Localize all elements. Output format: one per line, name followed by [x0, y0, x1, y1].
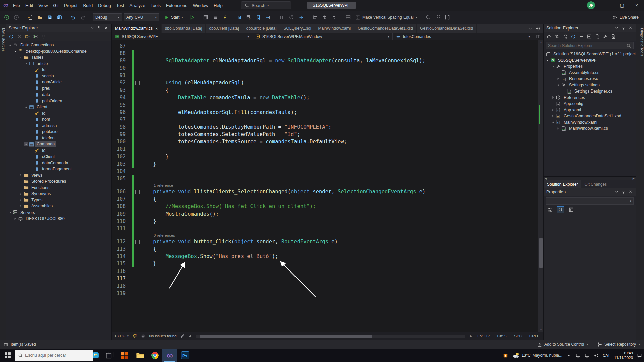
menu-edit[interactable]: Edit — [23, 2, 36, 9]
tree-item-settings-designer-cs[interactable]: C#Settings.Designer.cs — [544, 88, 636, 95]
close-icon[interactable] — [628, 25, 633, 31]
alert-icon[interactable] — [503, 353, 508, 358]
code-line-101[interactable]: 101 — [112, 145, 538, 153]
alignleft-icon[interactable] — [311, 13, 319, 22]
guides-icon[interactable] — [443, 13, 451, 22]
taskbar-search-input[interactable] — [25, 353, 91, 358]
split-view-icon[interactable] — [533, 33, 543, 40]
taskbar-app-chrome[interactable] — [147, 349, 162, 362]
codelens-references[interactable]: 0 references — [154, 233, 175, 237]
tree-item-s16sqlserverwpf[interactable]: C#S16SQLServerWPF — [544, 57, 636, 64]
add-to-source-control-button[interactable]: Add to Source Control ▲ — [537, 342, 589, 347]
spaces-indicator[interactable]: SPC — [514, 334, 522, 338]
horizontal-scrollbar[interactable] — [196, 335, 465, 338]
gear-icon[interactable] — [536, 26, 541, 31]
tree-item-gestiocomandesdataset1-xsd[interactable]: GestioComandesDataSet1.xsd — [544, 113, 636, 119]
code-line-90[interactable]: 90 — [112, 64, 538, 72]
close-icon[interactable] — [104, 25, 109, 31]
properties-object-dropdown[interactable]: ▾ — [546, 197, 634, 205]
code-line-109[interactable]: 109 MostraComandes(); — [112, 210, 538, 218]
fold-toggle[interactable]: − — [135, 81, 140, 85]
arrowin-icon[interactable] — [264, 13, 272, 22]
menu-help[interactable]: Help — [211, 2, 225, 9]
tree-item-properties[interactable]: Properties — [544, 63, 636, 70]
close-icon[interactable] — [628, 189, 633, 194]
breadcrumb-s16sqlserverwpf-mainwindow[interactable]: S16SQLServerWPF.MainWindow▾ — [252, 33, 393, 40]
newdoc-icon[interactable] — [26, 13, 34, 22]
sync-icon[interactable] — [562, 34, 568, 39]
samesize-icon[interactable] — [344, 13, 352, 22]
taskbar-app-taskview[interactable] — [102, 349, 117, 362]
weather-widget[interactable]: 13°C Mayorm. nubla... — [512, 352, 562, 359]
scroll-left-icon[interactable]: ◀ — [189, 334, 191, 338]
nest-icon[interactable] — [579, 34, 584, 39]
openfolder-icon[interactable] — [36, 13, 44, 22]
code-line-92[interactable]: 92− using (elMeuAdaptadorSql) — [112, 79, 538, 86]
code-line-100[interactable]: 100 totesComandes.ItemsSource = comandes… — [112, 138, 538, 145]
fold-toggle[interactable]: − — [135, 190, 140, 194]
tree-item-settings-settings[interactable]: Settings.settings — [544, 82, 636, 88]
tree-item-nom[interactable]: nom — [6, 116, 111, 123]
keyboard-language[interactable]: CAT — [603, 353, 610, 357]
tree-item-views[interactable]: Views — [6, 172, 111, 179]
scrollbar-thumb[interactable] — [539, 238, 543, 268]
line-ending-indicator[interactable]: CRLF — [529, 334, 539, 338]
maximize-button[interactable]: ▢ — [614, 0, 629, 11]
code-line-116[interactable]: 116 — [112, 267, 538, 275]
close-icon[interactable]: × — [155, 26, 158, 31]
menu-git[interactable]: Git — [50, 2, 61, 9]
code-line-95[interactable]: 95 — [112, 101, 538, 109]
tree-item-app-config[interactable]: App.config — [544, 101, 636, 107]
code-line-102[interactable]: 102 } — [112, 153, 538, 160]
preview-icon[interactable] — [611, 34, 616, 39]
toolbar-dropdown-debug[interactable]: Debug▾ — [93, 13, 122, 21]
tree-item-preu[interactable]: preu — [6, 85, 111, 92]
chart-icon[interactable] — [235, 13, 243, 22]
solution-search-input[interactable] — [548, 43, 626, 48]
tree-item-mainwindow-xaml-cs[interactable]: C#MainWindow.xaml.cs — [544, 125, 636, 132]
chevron-down-icon[interactable] — [614, 189, 619, 194]
tree-item-adressa[interactable]: adressa — [6, 123, 111, 129]
solution-horizontal-scrollbar[interactable]: ◀ ▶ — [544, 176, 636, 180]
tree-item-desktop-jccl880-gestiocomande[interactable]: desktop-jccl880.GestioComande — [6, 48, 111, 55]
tree-item-servers[interactable]: Servers — [6, 209, 111, 216]
showall-icon[interactable] — [595, 34, 600, 39]
code-line-89[interactable]: 89 SqlDataAdapter elMeuAdaptadorSql = ne… — [112, 57, 538, 64]
panel-tab-solution-explorer[interactable]: Solution Explorer — [544, 180, 581, 188]
tree-item-stored-procedures[interactable]: Stored Procedures — [6, 178, 111, 185]
play-outline-icon[interactable] — [188, 13, 196, 22]
code-line-97[interactable]: 97 — [112, 116, 538, 123]
close-button[interactable]: × — [629, 0, 644, 11]
codelens-references[interactable]: 1 reference — [154, 183, 173, 187]
arrowright-icon[interactable] — [297, 13, 305, 22]
code-line-106[interactable]: 106− private void llistaClients_Selectio… — [112, 188, 538, 195]
taskbar-app-office[interactable] — [117, 349, 132, 362]
code-line-118[interactable]: 118 — [112, 282, 538, 290]
vertical-scrollbar[interactable]: ▲ ▼ — [538, 40, 543, 332]
code-line-117[interactable]: 117 — [112, 275, 538, 282]
live-share-button[interactable]: Live Share — [612, 15, 641, 20]
snapgrid-icon[interactable] — [434, 13, 442, 22]
connectsrv-icon[interactable] — [33, 34, 38, 39]
volume-icon[interactable] — [594, 353, 599, 358]
tree-item-solution-s16sqlserverwpf-1-of-1-project[interactable]: Solution 'S16SQLServerWPF' (1 of 1 proje… — [544, 51, 636, 57]
tab-gestiocomandesdataset-xsd[interactable]: GestioComandesDataSet.xsd — [417, 24, 477, 33]
tree-item-data-connections[interactable]: Data Connections — [6, 42, 111, 48]
taskbar-app-visualstudio[interactable]: ∞ — [162, 349, 177, 362]
menu-view[interactable]: View — [36, 2, 50, 9]
tree-item-resources-resx[interactable]: Resources.resx — [544, 76, 636, 82]
alpha-icon[interactable]: AZ — [557, 206, 564, 213]
switch-icon[interactable] — [554, 34, 559, 39]
fold-toggle[interactable]: − — [135, 240, 140, 244]
notifications-bell-icon[interactable] — [132, 334, 137, 339]
code-line-110[interactable]: 110 } — [112, 218, 538, 225]
tree-item-synonyms[interactable]: Synonyms — [6, 191, 111, 197]
tray-expand-icon[interactable] — [567, 353, 572, 358]
code-line-91[interactable]: 91 — [112, 72, 538, 79]
tree-item-nomarticle[interactable]: nomArticle — [6, 79, 111, 85]
grid-icon[interactable] — [202, 13, 210, 22]
issues-status[interactable]: No issues found — [149, 334, 176, 338]
line-indicator[interactable]: Ln: 117 — [477, 334, 490, 338]
back-icon[interactable] — [3, 13, 11, 22]
tree-item-assemblies[interactable]: Assemblies — [6, 203, 111, 209]
